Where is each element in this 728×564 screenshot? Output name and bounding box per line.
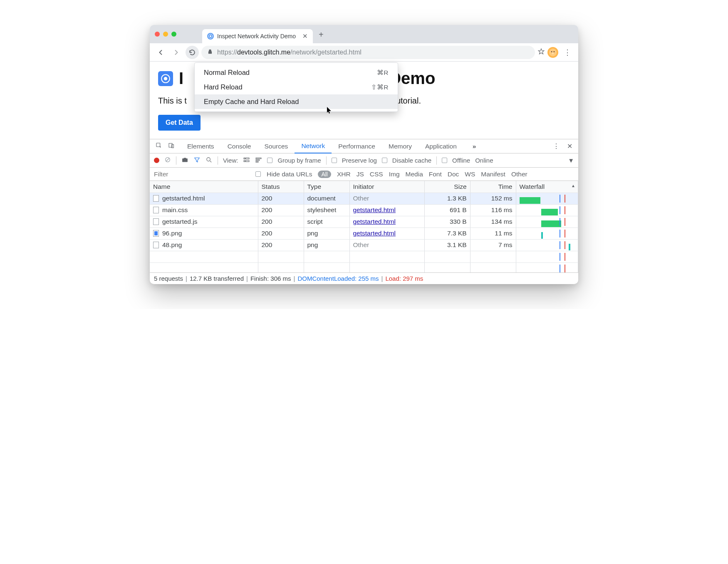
filter-type-img[interactable]: Img bbox=[389, 171, 400, 178]
menu-item-label: Empty Cache and Hard Reload bbox=[204, 98, 299, 106]
get-data-button[interactable]: Get Data bbox=[158, 115, 201, 131]
tabs-overflow-button[interactable]: » bbox=[466, 139, 483, 153]
tab-performance[interactable]: Performance bbox=[332, 139, 382, 153]
page-logo-icon bbox=[158, 71, 173, 86]
window-controls bbox=[155, 32, 176, 37]
search-icon[interactable] bbox=[206, 156, 213, 165]
waterfall-bar bbox=[520, 230, 575, 237]
file-icon bbox=[153, 218, 159, 225]
col-time[interactable]: Time bbox=[470, 181, 516, 193]
table-row[interactable]: main.css200stylesheetgetstarted.html691 … bbox=[150, 204, 578, 216]
tab-application[interactable]: Application bbox=[418, 139, 463, 153]
col-size[interactable]: Size bbox=[424, 181, 470, 193]
clear-button[interactable] bbox=[164, 156, 171, 164]
filter-type-ws[interactable]: WS bbox=[465, 171, 475, 178]
address-toolbar: https://devtools.glitch.me/network/getst… bbox=[150, 43, 578, 62]
file-icon bbox=[153, 207, 159, 213]
filter-icon[interactable] bbox=[193, 156, 201, 165]
view-label: View: bbox=[223, 157, 238, 164]
hide-data-urls-label: Hide data URLs bbox=[267, 171, 312, 178]
group-by-frame-checkbox[interactable] bbox=[267, 158, 272, 163]
overview-icon[interactable] bbox=[255, 156, 262, 165]
devtools-menu-button[interactable]: ⋮ bbox=[553, 143, 560, 150]
filter-type-js[interactable]: JS bbox=[357, 171, 364, 178]
filter-type-all[interactable]: All bbox=[318, 171, 331, 178]
table-row[interactable]: 48.png200pngOther3.1 KB7 ms bbox=[150, 239, 578, 251]
waterfall-bar bbox=[520, 206, 575, 214]
svg-point-4 bbox=[554, 51, 555, 52]
new-tab-button[interactable]: + bbox=[319, 30, 324, 40]
filter-type-other[interactable]: Other bbox=[511, 171, 527, 178]
menu-normal-reload[interactable]: Normal Reload ⌘R bbox=[195, 65, 398, 80]
close-window-button[interactable] bbox=[155, 32, 160, 37]
status-transferred: 12.7 KB transferred bbox=[190, 275, 244, 282]
svg-rect-21 bbox=[256, 158, 262, 158]
maximize-window-button[interactable] bbox=[171, 32, 176, 37]
menu-button[interactable]: ⋮ bbox=[561, 46, 574, 59]
filter-type-media[interactable]: Media bbox=[406, 171, 423, 178]
profile-avatar[interactable] bbox=[547, 47, 558, 58]
large-rows-icon[interactable] bbox=[243, 156, 250, 165]
filter-type-manifest[interactable]: Manifest bbox=[481, 171, 505, 178]
initiator-link[interactable]: getstarted.html bbox=[353, 218, 396, 225]
tab-elements[interactable]: Elements bbox=[181, 139, 221, 153]
initiator-link[interactable]: getstarted.html bbox=[353, 206, 396, 213]
tab-memory[interactable]: Memory bbox=[382, 139, 418, 153]
initiator-link[interactable]: getstarted.html bbox=[353, 230, 396, 237]
file-icon bbox=[153, 195, 159, 202]
table-row-empty bbox=[150, 262, 578, 272]
svg-point-9 bbox=[164, 77, 168, 80]
status-finish: Finish: 306 ms bbox=[250, 275, 291, 282]
table-row[interactable]: 96.png200pnggetstarted.html7.3 KB11 ms bbox=[150, 228, 578, 239]
hide-data-urls-checkbox[interactable] bbox=[255, 171, 261, 177]
close-tab-button[interactable]: ✕ bbox=[302, 32, 308, 40]
throttling-select[interactable]: Online bbox=[475, 157, 493, 164]
svg-rect-17 bbox=[244, 158, 245, 159]
browser-tab[interactable]: Inspect Network Activity Demo ✕ bbox=[202, 29, 313, 43]
reload-button[interactable] bbox=[186, 46, 199, 59]
tab-strip: Inspect Network Activity Demo ✕ + bbox=[150, 25, 578, 43]
col-status[interactable]: Status bbox=[258, 181, 304, 193]
filter-type-css[interactable]: CSS bbox=[370, 171, 383, 178]
offline-label: Offline bbox=[452, 157, 470, 164]
svg-rect-22 bbox=[256, 159, 260, 160]
inspect-element-icon[interactable] bbox=[156, 142, 162, 151]
filter-type-font[interactable]: Font bbox=[429, 171, 442, 178]
network-table: Name Status Type Initiator Size Time Wat… bbox=[150, 181, 578, 272]
address-bar[interactable]: https://devtools.glitch.me/network/getst… bbox=[201, 46, 535, 59]
settings-dropdown-icon[interactable]: ▼ bbox=[568, 157, 574, 164]
menu-hard-reload[interactable]: Hard Reload ⇧⌘R bbox=[195, 80, 398, 94]
tab-console[interactable]: Console bbox=[221, 139, 258, 153]
disable-cache-checkbox[interactable] bbox=[382, 158, 387, 163]
minimize-window-button[interactable] bbox=[163, 32, 168, 37]
waterfall-bar bbox=[520, 218, 575, 226]
col-name[interactable]: Name bbox=[150, 181, 258, 193]
col-initiator[interactable]: Initiator bbox=[349, 181, 424, 193]
table-row[interactable]: getstarted.js200scriptgetstarted.html330… bbox=[150, 216, 578, 228]
filter-input[interactable] bbox=[154, 170, 250, 179]
filter-type-doc[interactable]: Doc bbox=[448, 171, 459, 178]
devtools-close-button[interactable]: ✕ bbox=[567, 143, 572, 150]
waterfall-bar bbox=[520, 195, 575, 203]
initiator-text: Other bbox=[353, 241, 369, 248]
bookmark-button[interactable] bbox=[537, 48, 545, 57]
network-statusbar: 5 requests | 12.7 KB transferred | Finis… bbox=[150, 272, 578, 284]
svg-point-3 bbox=[551, 51, 552, 52]
tab-sources[interactable]: Sources bbox=[258, 139, 295, 153]
record-button[interactable] bbox=[154, 158, 159, 163]
col-type[interactable]: Type bbox=[304, 181, 349, 193]
capture-screenshots-icon[interactable] bbox=[181, 156, 188, 165]
preserve-log-checkbox[interactable] bbox=[332, 158, 337, 163]
offline-checkbox[interactable] bbox=[442, 158, 447, 163]
table-row[interactable]: getstarted.html200documentOther1.3 KB152… bbox=[150, 193, 578, 204]
back-button[interactable] bbox=[154, 46, 167, 59]
menu-item-label: Hard Reload bbox=[204, 83, 243, 91]
device-toolbar-icon[interactable] bbox=[168, 142, 175, 151]
menu-empty-cache-hard-reload[interactable]: Empty Cache and Hard Reload bbox=[195, 94, 398, 109]
col-waterfall[interactable]: Waterfall▲ bbox=[516, 181, 578, 193]
network-filter-bar: Hide data URLs All XHR JS CSS Img Media … bbox=[150, 168, 578, 181]
menu-item-label: Normal Reload bbox=[204, 69, 250, 77]
forward-button[interactable] bbox=[170, 46, 183, 59]
tab-network[interactable]: Network bbox=[295, 140, 332, 153]
filter-type-xhr[interactable]: XHR bbox=[337, 171, 351, 178]
